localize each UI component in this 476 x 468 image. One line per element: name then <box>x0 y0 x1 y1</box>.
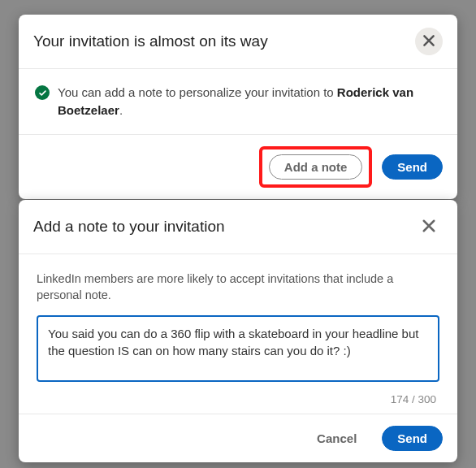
modal-header: Add a note to your invitation <box>19 200 457 254</box>
close-icon <box>421 218 437 236</box>
close-icon <box>422 33 436 50</box>
close-button[interactable] <box>415 213 443 240</box>
note-textarea[interactable] <box>37 315 439 382</box>
modal-footer: Cancel Send <box>19 414 457 462</box>
cancel-button[interactable]: Cancel <box>301 426 372 451</box>
add-note-button[interactable]: Add a note <box>269 154 363 180</box>
info-row: You can add a note to personalize your i… <box>19 69 457 135</box>
info-suffix: . <box>119 103 123 117</box>
modal-title: Add a note to your invitation <box>33 218 225 236</box>
send-button[interactable]: Send <box>382 426 443 451</box>
hint-text: LinkedIn members are more likely to acce… <box>19 254 457 315</box>
check-circle-icon <box>35 85 50 100</box>
info-prefix: You can add a note to personalize your i… <box>58 85 337 99</box>
modal-footer: Add a note Send <box>19 135 457 199</box>
note-field-wrap <box>19 315 457 390</box>
info-text: You can add a note to personalize your i… <box>58 84 441 119</box>
modal-title: Your invitation is almost on its way <box>33 32 268 50</box>
close-button[interactable] <box>415 28 443 55</box>
invitation-confirm-modal: Your invitation is almost on its way You… <box>19 15 457 199</box>
send-button[interactable]: Send <box>382 154 443 180</box>
add-note-modal: Add a note to your invitation LinkedIn m… <box>19 200 457 462</box>
tutorial-highlight: Add a note <box>259 146 373 188</box>
char-counter: 174 / 300 <box>19 390 457 414</box>
modal-header: Your invitation is almost on its way <box>19 15 457 69</box>
